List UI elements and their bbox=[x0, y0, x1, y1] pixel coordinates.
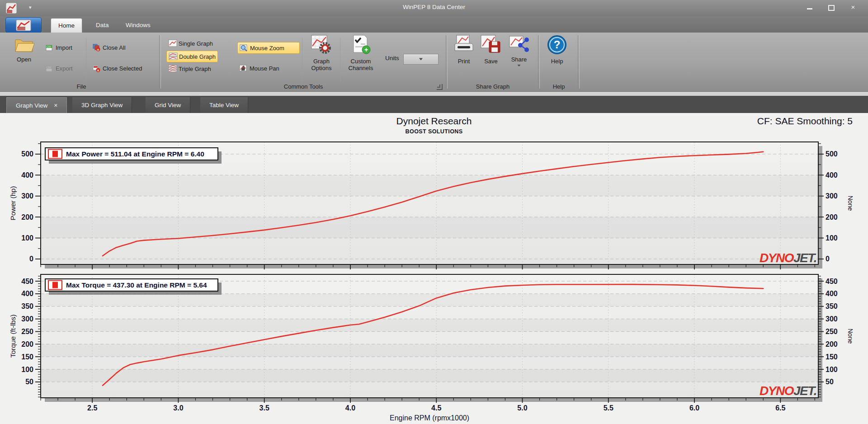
close-selected-label: Close Selected bbox=[103, 65, 142, 72]
graph-options-icon bbox=[311, 34, 332, 55]
close-all-label: Close All bbox=[103, 44, 126, 51]
close-button[interactable]: × bbox=[846, 3, 860, 12]
mouse-pan-label: Mouse Pan bbox=[250, 65, 279, 72]
help-label: Help bbox=[544, 58, 570, 65]
custom-channels-icon: + bbox=[350, 34, 372, 55]
group-divider3 bbox=[538, 35, 540, 89]
units-dropdown-caret-icon bbox=[419, 58, 423, 61]
svg-text:400: 400 bbox=[826, 290, 838, 297]
svg-text:CSV: CSV bbox=[47, 66, 52, 69]
graph-view-label: Graph View bbox=[16, 102, 47, 109]
mouse-zoom-button[interactable]: Mouse Zoom bbox=[237, 42, 300, 54]
custom-channels-button[interactable]: + Custom Channels bbox=[344, 34, 377, 71]
svg-text:100: 100 bbox=[21, 366, 33, 373]
svg-text:350: 350 bbox=[826, 302, 838, 310]
ribbon-tab-windows[interactable]: Windows bbox=[118, 18, 158, 33]
window-title: WinPEP 8 Data Center bbox=[0, 4, 868, 10]
minimize-icon bbox=[807, 8, 812, 9]
print-button[interactable]: Print bbox=[451, 34, 476, 65]
svg-text:300: 300 bbox=[21, 192, 33, 200]
tab-grid-view[interactable]: Grid View bbox=[146, 97, 190, 113]
svg-text:None: None bbox=[847, 196, 854, 211]
file-group-label: File bbox=[4, 83, 159, 90]
svg-text:5.5: 5.5 bbox=[604, 404, 613, 412]
tools-subdivider2 bbox=[340, 38, 340, 81]
titlebar: ▾ WinPEP 8 Data Center × bbox=[0, 0, 868, 16]
svg-text:400: 400 bbox=[21, 290, 33, 297]
graph-canvas[interactable]: 00100100200200300300400400500500Power (h… bbox=[0, 113, 868, 424]
close-all-icon: o bbox=[92, 43, 100, 52]
svg-text:300: 300 bbox=[826, 315, 838, 323]
double-graph-icon bbox=[169, 52, 177, 61]
custom-channels-label: Custom Channels bbox=[344, 58, 377, 71]
share-dropdown-caret-icon bbox=[518, 65, 521, 66]
svg-text:450: 450 bbox=[826, 278, 838, 285]
triple-graph-label: Triple Graph bbox=[179, 66, 211, 72]
graph-view-content: Dynojet Research BOOST SOLUTIONS CF: SAE… bbox=[0, 113, 868, 424]
file-group-subdivider bbox=[86, 38, 86, 81]
save-button[interactable]: Save bbox=[478, 34, 504, 65]
single-graph-label: Single Graph bbox=[179, 40, 213, 47]
svg-text:4.5: 4.5 bbox=[431, 404, 441, 412]
common-tools-dialog-launcher[interactable] bbox=[437, 84, 443, 90]
svg-text:5.0: 5.0 bbox=[517, 404, 527, 412]
svg-text:300: 300 bbox=[21, 315, 33, 323]
svg-text:500: 500 bbox=[826, 150, 838, 158]
graph-options-button[interactable]: Graph Options bbox=[307, 34, 336, 71]
application-menu-button[interactable] bbox=[5, 17, 42, 33]
open-button[interactable]: Open bbox=[9, 34, 39, 63]
svg-text:200: 200 bbox=[826, 340, 838, 348]
svg-text:400: 400 bbox=[21, 171, 33, 179]
maximize-button[interactable] bbox=[825, 3, 838, 12]
svg-text:CSV: CSV bbox=[47, 45, 52, 48]
share-button[interactable]: Share bbox=[506, 34, 532, 67]
single-graph-button[interactable]: Single Graph bbox=[166, 38, 215, 49]
svg-text:500: 500 bbox=[21, 150, 33, 158]
double-graph-button[interactable]: Double Graph bbox=[166, 51, 218, 62]
charts-svg[interactable]: 00100100200200300300400400500500Power (h… bbox=[0, 113, 868, 424]
export-button[interactable]: CSV Export bbox=[43, 63, 75, 74]
export-icon: CSV bbox=[45, 64, 53, 72]
help-button[interactable]: ? Help bbox=[544, 34, 570, 65]
ribbon-tab-home[interactable]: Home bbox=[51, 18, 82, 33]
help-icon: ? bbox=[547, 34, 567, 55]
tab-graph-view[interactable]: Graph View× bbox=[6, 97, 67, 113]
open-label: Open bbox=[9, 56, 39, 63]
maximize-icon bbox=[828, 5, 835, 11]
units-label: Units bbox=[385, 55, 399, 61]
save-icon bbox=[480, 34, 502, 55]
import-button[interactable]: CSV Import bbox=[43, 42, 74, 53]
mouse-zoom-icon bbox=[240, 44, 248, 52]
svg-text:Power (hp): Power (hp) bbox=[9, 186, 17, 221]
units-dropdown[interactable] bbox=[403, 54, 439, 65]
svg-text:50: 50 bbox=[25, 378, 33, 386]
svg-text:450: 450 bbox=[21, 278, 33, 285]
export-label: Export bbox=[56, 65, 73, 72]
svg-text:0: 0 bbox=[826, 255, 830, 263]
close-tab-icon[interactable]: × bbox=[54, 102, 57, 109]
svg-text:DYNOJET.: DYNOJET. bbox=[760, 384, 816, 398]
close-selected-button[interactable]: x Close Selected bbox=[90, 63, 144, 74]
group-divider4 bbox=[578, 35, 580, 89]
tab-table-view[interactable]: Table View bbox=[200, 97, 248, 113]
minimize-button[interactable] bbox=[803, 3, 816, 12]
ribbon-tab-data[interactable]: Data bbox=[89, 18, 116, 33]
svg-text:250: 250 bbox=[21, 328, 33, 335]
import-icon: CSV bbox=[45, 43, 53, 52]
print-icon bbox=[453, 34, 475, 55]
svg-text:400: 400 bbox=[826, 171, 838, 179]
winpep-window: { "window": {"title": "WinPEP 8 Data Cen… bbox=[0, 0, 868, 424]
triple-graph-button[interactable]: Triple Graph bbox=[166, 63, 213, 74]
tab-3d-graph-view[interactable]: 3D Graph View bbox=[72, 97, 132, 113]
svg-text:100: 100 bbox=[826, 234, 838, 242]
svg-text:350: 350 bbox=[21, 302, 33, 310]
mouse-pan-button[interactable]: Mouse Pan bbox=[237, 63, 299, 74]
close-all-button[interactable]: o Close All bbox=[90, 42, 127, 53]
print-label: Print bbox=[451, 58, 476, 65]
svg-text:200: 200 bbox=[21, 213, 33, 221]
svg-text:150: 150 bbox=[826, 353, 838, 361]
winpep-logo-icon bbox=[14, 19, 33, 31]
svg-text:200: 200 bbox=[826, 213, 838, 221]
svg-text:3.0: 3.0 bbox=[173, 404, 183, 412]
view-tab-bar: Graph View× 3D Graph View Grid View Tabl… bbox=[0, 96, 868, 113]
